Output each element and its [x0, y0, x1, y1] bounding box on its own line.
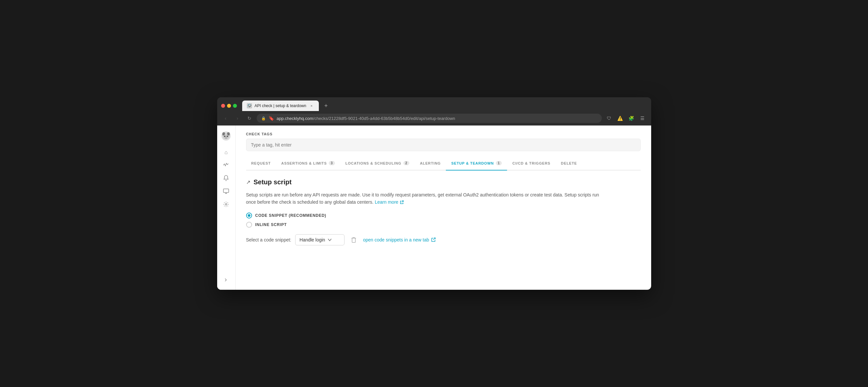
svg-point-9: [223, 133, 225, 135]
address-bar-row: ‹ › ↻ 🔒 🔖 app.checklyhq.com/checks/21228…: [217, 111, 651, 126]
setup-script-title: Setup script: [254, 178, 292, 186]
reload-button[interactable]: ↻: [245, 114, 254, 123]
radio-inline-script[interactable]: INLINE SCRIPT: [246, 222, 641, 228]
home-icon: ⌂: [224, 149, 228, 155]
puzzle-extension-icon[interactable]: 🧩: [627, 114, 636, 123]
svg-rect-11: [223, 189, 229, 192]
lock-icon: 🔒: [261, 116, 266, 120]
bell-icon: [223, 175, 229, 182]
close-traffic-light[interactable]: [221, 104, 225, 108]
radio-inline-script-label: INLINE SCRIPT: [255, 222, 287, 227]
address-bar[interactable]: 🔒 🔖 app.checklyhq.com/checks/21228df5-90…: [257, 114, 602, 123]
tab-locations[interactable]: LOCATIONS & SCHEDULING 2: [340, 156, 415, 171]
main-content: CHECK TAGS REQUEST ASSERTIONS & LIMITS 3…: [236, 126, 651, 290]
maximize-traffic-light[interactable]: [233, 104, 237, 108]
sidebar-item-activity[interactable]: [220, 160, 232, 172]
back-button[interactable]: ‹: [221, 114, 230, 123]
check-tags-section: CHECK TAGS: [246, 126, 641, 156]
wrench-icon: [223, 201, 229, 209]
tab-assertions[interactable]: ASSERTIONS & LIMITS 3: [276, 156, 340, 171]
setup-badge: 1: [496, 161, 502, 165]
warning-extension-icon[interactable]: ⚠️: [616, 114, 625, 123]
external-link-icon[interactable]: ↗: [246, 179, 250, 185]
svg-text:🐼: 🐼: [247, 104, 251, 108]
sidebar-item-monitor[interactable]: [220, 186, 232, 198]
radio-options: CODE SNIPPET (RECOMMENDED) INLINE SCRIPT: [246, 213, 641, 228]
snippet-selector-label: Select a code snippet:: [246, 237, 291, 242]
snippet-selected-value: Handle login: [300, 237, 325, 242]
new-tab-button[interactable]: +: [321, 101, 331, 110]
nav-tabs: REQUEST ASSERTIONS & LIMITS 3 LOCATIONS …: [246, 156, 641, 171]
radio-code-snippet[interactable]: CODE SNIPPET (RECOMMENDED): [246, 213, 641, 218]
shield-extension-icon[interactable]: 🛡: [604, 114, 614, 123]
active-tab[interactable]: 🐼 API check | setup & teardown ×: [242, 101, 319, 111]
svg-point-14: [225, 204, 227, 205]
bookmark-icon: 🔖: [269, 116, 274, 121]
radio-code-snippet-inner: [248, 214, 250, 217]
tab-setup-teardown[interactable]: SETUP & TEARDOWN 1: [446, 156, 507, 171]
sidebar-item-home[interactable]: ⌂: [220, 146, 232, 159]
tab-bar: 🐼 API check | setup & teardown × +: [217, 97, 651, 111]
setup-script-description: Setup scripts are run before any API req…: [246, 191, 608, 206]
open-snippets-link[interactable]: open code snippets in a new tab: [363, 237, 436, 242]
forward-button[interactable]: ›: [233, 114, 242, 123]
svg-point-10: [227, 133, 229, 135]
sidebar: ⌂: [217, 126, 236, 290]
sidebar-logo: [219, 130, 232, 143]
learn-more-link[interactable]: Learn more: [375, 199, 404, 206]
tab-ci-cd[interactable]: CI/CD & TRIGGERS: [507, 157, 556, 171]
tab-close-button[interactable]: ×: [309, 103, 314, 108]
activity-icon: [223, 162, 229, 169]
radio-code-snippet-label: CODE SNIPPET (RECOMMENDED): [255, 213, 327, 218]
delete-snippet-button[interactable]: [348, 235, 359, 245]
tab-delete[interactable]: DELETE: [556, 157, 582, 171]
monitor-icon: [223, 188, 229, 195]
assertions-badge: 3: [329, 161, 335, 165]
minimize-traffic-light[interactable]: [227, 104, 231, 108]
locations-badge: 2: [403, 161, 409, 165]
snippet-select[interactable]: Handle login: [295, 234, 344, 245]
tab-request[interactable]: REQUEST: [246, 157, 276, 171]
browser-extensions: 🛡 ⚠️ 🧩 ☰: [604, 114, 647, 123]
url-path: /checks/21228df5-9021-40d5-a4dd-63b5b48b…: [313, 116, 455, 121]
setup-script-section: ↗ Setup script Setup scripts are run bef…: [246, 171, 641, 253]
radio-inline-script-circle: [246, 222, 252, 228]
snippet-selector-row: Select a code snippet: Handle login: [246, 234, 641, 245]
open-snippets-label: open code snippets in a new tab: [363, 237, 429, 242]
tab-title: API check | setup & teardown: [255, 104, 306, 108]
url-base: app.checklyhq.com: [277, 116, 313, 121]
tab-favicon: 🐼: [247, 103, 252, 108]
tags-input[interactable]: [246, 139, 641, 151]
radio-code-snippet-circle: [246, 213, 252, 218]
browser-chrome: 🐼 API check | setup & teardown × + ‹ › ↻…: [217, 97, 651, 126]
address-text: app.checklyhq.com/checks/21228df5-9021-4…: [277, 116, 597, 121]
page-content: ⌂: [217, 126, 651, 290]
menu-extension-icon[interactable]: ☰: [638, 114, 647, 123]
browser-window: 🐼 API check | setup & teardown × + ‹ › ↻…: [217, 97, 651, 290]
traffic-lights: [221, 104, 237, 108]
sidebar-expand-button[interactable]: [220, 274, 232, 286]
sidebar-item-alerts[interactable]: [220, 173, 232, 185]
sidebar-item-settings[interactable]: [220, 199, 232, 211]
svg-point-8: [225, 137, 227, 139]
svg-point-6: [224, 136, 226, 137]
tab-alerting[interactable]: ALERTING: [414, 157, 446, 171]
check-tags-label: CHECK TAGS: [246, 132, 641, 136]
svg-point-7: [227, 136, 228, 137]
setup-script-header: ↗ Setup script: [246, 178, 641, 186]
